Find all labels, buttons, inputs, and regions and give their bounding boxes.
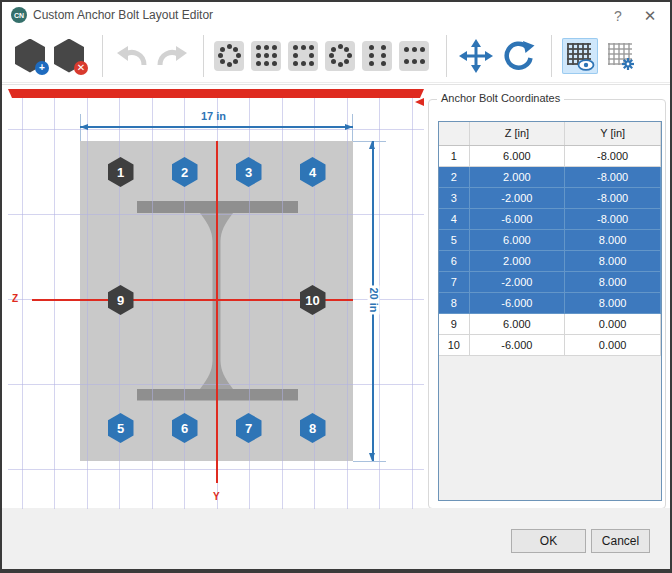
bolt-marker-1[interactable]: 1 xyxy=(108,157,134,187)
bolt-marker-6[interactable]: 6 xyxy=(172,413,198,443)
table-cell[interactable]: 2.000 xyxy=(469,250,565,271)
column-header-y[interactable]: Y [in] xyxy=(565,122,661,145)
table-cell[interactable]: -2.000 xyxy=(469,271,565,292)
bolt-marker-10[interactable]: 10 xyxy=(300,285,326,315)
table-row-9[interactable]: 96.0000.000 xyxy=(439,313,661,334)
table-cell[interactable]: -8.000 xyxy=(565,208,661,229)
pattern-dot xyxy=(338,62,343,67)
pattern-dot xyxy=(272,53,277,58)
table-row-1[interactable]: 16.000-8.000 xyxy=(439,145,661,166)
pattern-circle-1-button[interactable] xyxy=(214,41,244,71)
close-button[interactable]: ✕ xyxy=(637,5,663,26)
pattern-dot xyxy=(404,59,409,64)
toolbar: + ✕ xyxy=(2,29,670,83)
redo-button[interactable] xyxy=(153,40,191,72)
pattern-grid-3x3-button[interactable] xyxy=(251,41,281,71)
pattern-dot xyxy=(347,53,352,58)
ok-button[interactable]: OK xyxy=(511,529,586,553)
pattern-dot xyxy=(412,47,417,52)
rotate-button[interactable] xyxy=(499,38,537,74)
table-cell[interactable]: 6.000 xyxy=(469,145,565,166)
pattern-dot xyxy=(264,45,269,50)
bolt-marker-9[interactable]: 9 xyxy=(108,285,134,315)
coordinates-table-area[interactable]: Z [in] Y [in] 16.000-8.00022.000-8.0003-… xyxy=(438,121,662,501)
coordinates-table: Z [in] Y [in] 16.000-8.00022.000-8.0003-… xyxy=(439,122,661,356)
table-cell[interactable]: 2.000 xyxy=(469,166,565,187)
column-header-z[interactable]: Z [in] xyxy=(469,122,565,145)
table-row-2[interactable]: 22.000-8.000 xyxy=(439,166,661,187)
table-cell[interactable]: 8 xyxy=(439,292,469,313)
pattern-dot xyxy=(381,61,386,66)
table-cell[interactable]: 6.000 xyxy=(469,229,565,250)
table-cell[interactable]: -2.000 xyxy=(469,187,565,208)
bolt-marker-2[interactable]: 2 xyxy=(172,157,198,187)
grid-gear-icon xyxy=(606,41,636,71)
table-cell[interactable]: 6 xyxy=(439,250,469,271)
pattern-circle-2-button[interactable] xyxy=(325,41,355,71)
table-cell[interactable]: 6.000 xyxy=(469,313,565,334)
pattern-dot xyxy=(227,62,232,67)
table-row-10[interactable]: 10-6.0000.000 xyxy=(439,334,661,355)
table-cell[interactable]: 0.000 xyxy=(565,334,661,355)
pattern-dot xyxy=(236,53,241,58)
pattern-dot xyxy=(301,61,306,66)
table-cell[interactable]: -8.000 xyxy=(565,187,661,208)
bolt-marker-7[interactable]: 7 xyxy=(236,413,262,443)
table-cell[interactable]: 8.000 xyxy=(565,229,661,250)
undo-button[interactable] xyxy=(113,40,151,72)
table-row-3[interactable]: 3-2.000-8.000 xyxy=(439,187,661,208)
pattern-dot xyxy=(220,47,225,52)
pattern-two-columns-button[interactable] xyxy=(362,41,392,71)
table-cell[interactable]: 7 xyxy=(439,271,469,292)
table-cell[interactable]: -8.000 xyxy=(565,145,661,166)
pattern-dot xyxy=(218,53,223,58)
table-header-row: Z [in] Y [in] xyxy=(439,122,661,145)
pattern-dot xyxy=(293,61,298,66)
pattern-dot xyxy=(331,47,336,52)
bolt-marker-3[interactable]: 3 xyxy=(236,157,262,187)
table-row-7[interactable]: 7-2.0008.000 xyxy=(439,271,661,292)
table-cell[interactable]: 2 xyxy=(439,166,469,187)
table-cell[interactable]: 1 xyxy=(439,145,469,166)
table-cell[interactable]: -8.000 xyxy=(565,166,661,187)
pattern-perimeter-button[interactable] xyxy=(288,41,318,71)
table-cell[interactable]: 4 xyxy=(439,208,469,229)
layout-canvas[interactable]: 17 in 20 in Y Z 12345678910 xyxy=(8,89,424,509)
table-cell[interactable]: 9 xyxy=(439,313,469,334)
table-cell[interactable]: 8.000 xyxy=(565,292,661,313)
pattern-two-rows-button[interactable] xyxy=(399,41,429,71)
table-cell[interactable]: 5 xyxy=(439,229,469,250)
grid-visibility-button[interactable] xyxy=(562,38,598,74)
pattern-dot xyxy=(329,53,334,58)
remove-bolt-button[interactable]: ✕ xyxy=(53,38,85,74)
table-row-5[interactable]: 56.0008.000 xyxy=(439,229,661,250)
table-cell[interactable]: 8.000 xyxy=(565,250,661,271)
table-cell[interactable]: 10 xyxy=(439,334,469,355)
table-cell[interactable]: 8.000 xyxy=(565,271,661,292)
table-cell[interactable]: 3 xyxy=(439,187,469,208)
bolt-marker-5[interactable]: 5 xyxy=(108,413,134,443)
help-button[interactable]: ? xyxy=(605,5,631,26)
bolt-marker-4[interactable]: 4 xyxy=(300,157,326,187)
table-row-6[interactable]: 62.0008.000 xyxy=(439,250,661,271)
groupbox-title: Anchor Bolt Coordinates xyxy=(437,92,564,104)
table-cell[interactable]: -6.000 xyxy=(469,208,565,229)
add-bolt-button[interactable]: + xyxy=(14,38,46,74)
move-button[interactable] xyxy=(457,38,495,74)
table-cell[interactable]: 0.000 xyxy=(565,313,661,334)
pattern-dot xyxy=(272,61,277,66)
cancel-button[interactable]: Cancel xyxy=(591,529,650,553)
footer-bar: OK Cancel xyxy=(2,508,670,569)
title-bar: CN Custom Anchor Bolt Layout Editor ? ✕ xyxy=(2,2,670,29)
bolt-marker-8[interactable]: 8 xyxy=(300,413,326,443)
pattern-dot xyxy=(233,47,238,52)
table-cell[interactable]: -6.000 xyxy=(469,292,565,313)
pattern-dot xyxy=(256,53,261,58)
grid-settings-button[interactable] xyxy=(603,38,639,74)
table-row-8[interactable]: 8-6.0008.000 xyxy=(439,292,661,313)
pattern-dot xyxy=(381,53,386,58)
table-cell[interactable]: -6.000 xyxy=(469,334,565,355)
table-row-4[interactable]: 4-6.000-8.000 xyxy=(439,208,661,229)
pattern-dot xyxy=(233,59,238,64)
column-header-index[interactable] xyxy=(439,122,469,145)
